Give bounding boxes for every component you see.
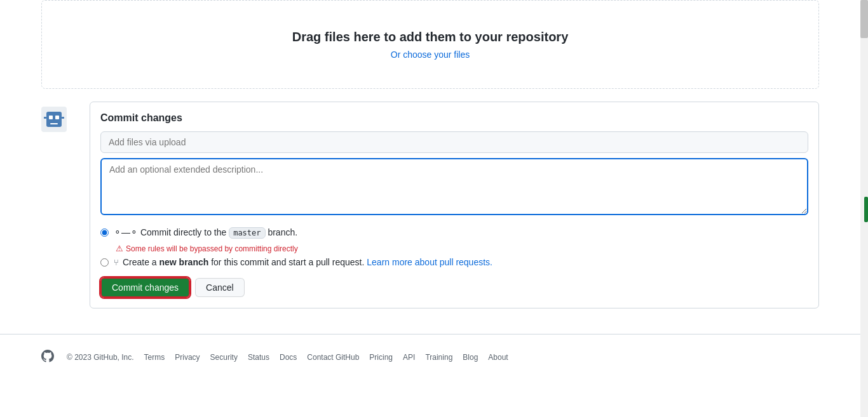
footer-link-terms[interactable]: Terms	[144, 353, 165, 362]
commit-form-title: Commit changes	[100, 112, 808, 124]
footer-link-status[interactable]: Status	[248, 353, 269, 362]
footer-link-api[interactable]: API	[403, 353, 415, 362]
footer-link-pricing[interactable]: Pricing	[369, 353, 393, 362]
svg-rect-6	[62, 117, 64, 119]
scrollbar-indicator	[864, 197, 868, 222]
commit-radio-group: ⚬—⚬ Commit directly to the master branch…	[100, 227, 808, 267]
footer-link-docs[interactable]: Docs	[280, 353, 297, 362]
svg-rect-5	[44, 117, 46, 119]
footer-link-security[interactable]: Security	[210, 353, 238, 362]
commit-changes-button[interactable]: Commit changes	[100, 277, 190, 298]
commit-message-input[interactable]	[100, 131, 808, 153]
svg-rect-4	[50, 123, 58, 124]
drop-zone-title: Drag files here to add them to your repo…	[292, 30, 569, 44]
drop-zone[interactable]: Drag files here to add them to your repo…	[41, 0, 819, 89]
radio-direct-label[interactable]: ⚬—⚬ Commit directly to the master branch…	[114, 227, 297, 239]
radio-new-branch[interactable]	[100, 258, 109, 267]
warning-message: ⚠ Some rules will be bypassed by committ…	[116, 244, 808, 253]
scrollbar-track[interactable]	[860, 0, 868, 380]
commit-section: Commit changes ⚬—⚬ Commit directly to th…	[41, 102, 819, 328]
footer-link-contact[interactable]: Contact GitHub	[307, 353, 359, 362]
warning-icon: ⚠	[116, 244, 123, 253]
svg-rect-3	[55, 116, 59, 119]
learn-more-link[interactable]: Learn more about pull requests.	[367, 257, 492, 267]
pr-icon: ⑂	[114, 258, 119, 267]
svg-rect-2	[49, 116, 53, 119]
branch-badge: master	[229, 227, 265, 239]
github-logo-icon	[41, 350, 54, 364]
svg-rect-1	[46, 112, 62, 127]
footer-link-training[interactable]: Training	[425, 353, 452, 362]
footer-copyright: © 2023 GitHub, Inc.	[67, 353, 134, 362]
avatar-area	[41, 102, 79, 134]
cancel-button[interactable]: Cancel	[195, 278, 245, 297]
radio-option-direct: ⚬—⚬ Commit directly to the master branch…	[100, 227, 808, 239]
radio-direct[interactable]	[100, 228, 109, 237]
avatar	[41, 107, 67, 132]
scrollbar-thumb[interactable]	[860, 0, 868, 38]
commit-description-textarea[interactable]	[100, 158, 808, 215]
button-row: Commit changes Cancel	[100, 277, 808, 298]
choose-files-link[interactable]: Or choose your files	[391, 50, 470, 60]
commit-direct-icon: ⚬—⚬	[114, 227, 138, 237]
footer-link-about[interactable]: About	[488, 353, 508, 362]
radio-option-new-branch: ⑂ Create a new branch for this commit an…	[100, 257, 808, 267]
footer-link-blog[interactable]: Blog	[463, 353, 478, 362]
radio-new-branch-label[interactable]: ⑂ Create a new branch for this commit an…	[114, 257, 492, 267]
commit-form: Commit changes ⚬—⚬ Commit directly to th…	[90, 102, 819, 308]
footer: © 2023 GitHub, Inc. Terms Privacy Securi…	[0, 334, 860, 380]
footer-link-privacy[interactable]: Privacy	[175, 353, 200, 362]
